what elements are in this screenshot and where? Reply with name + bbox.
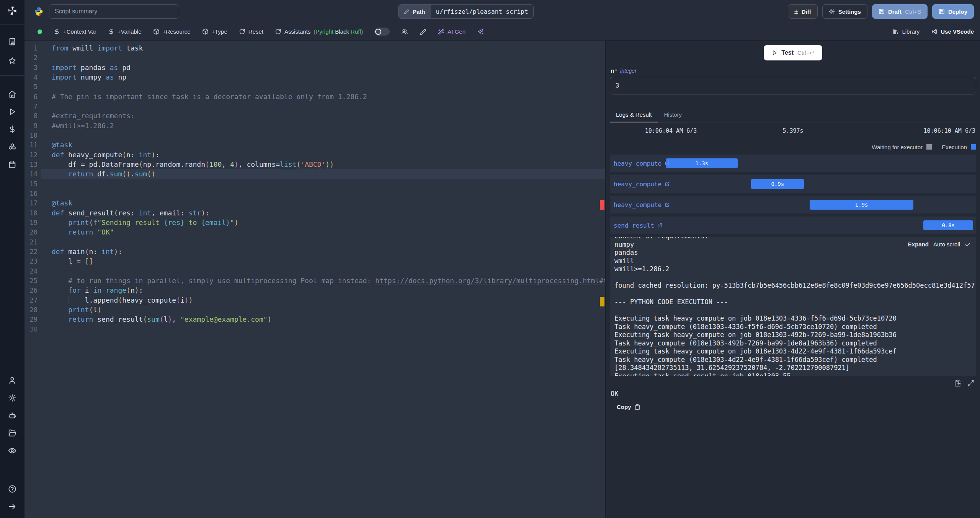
line-number: 22 [28,247,38,256]
multiplayer-users-button[interactable] [401,28,408,35]
timeline-job-link[interactable]: heavy_compute [614,201,670,209]
code-line: 27 l.append(heavy_compute(i)) [24,295,605,305]
sidebar-item-user[interactable] [4,372,21,389]
line-number: 19 [28,218,38,227]
package-icon [202,28,209,35]
sidebar-divider [0,75,24,76]
sidebar-item-windmill-logo[interactable] [4,0,21,21]
log-line: wmill [614,257,972,266]
format-brush-button[interactable] [420,28,426,35]
editor-toolbar: +Context Var +Variable +Resource +Type R… [24,23,980,41]
toggle-knob [375,29,381,35]
library-button[interactable]: Library [892,28,920,35]
expand-logs-button[interactable]: Expand [908,241,929,248]
sidebar-item-eye[interactable] [4,442,21,459]
code-line: 1from wmill import task [24,43,605,53]
assistants-button[interactable]: Assistants (Pyright Black Ruff) [275,28,363,35]
sidebar-item-robot[interactable] [4,407,21,424]
add-resource-button[interactable]: +Resource [153,28,191,35]
code-line: 7 [24,101,605,111]
path-value: u/rfiszel/pleasant_script [431,5,534,18]
add-type-button[interactable]: +Type [202,28,227,35]
line-number: 9 [28,121,38,130]
autoscroll-label[interactable]: Auto scroll [933,241,960,248]
log-line [614,306,972,315]
sidebar-item-play[interactable] [4,103,21,120]
path-control[interactable]: Path u/rfiszel/pleasant_script [398,4,534,19]
save-icon [939,8,945,15]
code-line: 8#extra_requirements: [24,111,605,121]
folder-icon [8,429,16,437]
tab-history[interactable]: History [658,108,688,122]
log-line: [28.348434282735113, 31.625429237520784,… [614,364,972,372]
arg-type: integer [620,68,637,74]
line-number: 15 [28,179,38,189]
line-number: 16 [28,189,38,198]
sidebar-item-arrow-right[interactable] [4,498,21,515]
sparkles-icon [477,28,484,35]
sidebar-item-help[interactable] [4,481,21,497]
run-end-time: 10:06:10 AM 6/3 [924,127,976,134]
line-number: 11 [28,140,38,150]
copy-result-icon[interactable] [954,380,961,387]
code-line: 9#wmill>=1.286.2 [24,121,605,130]
timeline-job-link[interactable]: heavy_compute [614,181,670,188]
expand-result-icon[interactable] [967,380,975,387]
test-button[interactable]: Test Ctrl+↵ [764,45,822,60]
logs-view[interactable]: content of requirements:numpypandaswmill… [610,237,976,376]
arg-n-input[interactable] [610,77,976,94]
log-line: Task heavy_compute (018e1303-492b-7269-b… [614,339,972,348]
sidebar-item-gear[interactable] [4,389,21,406]
multiplayer-toggle[interactable] [374,28,390,36]
timeline-row: send_result 0.8s [610,217,976,234]
windmill-app: Path u/rfiszel/pleasant_script ± Diff Se… [0,0,980,518]
tab-logs-result[interactable]: Logs & Result [610,108,658,122]
settings-button[interactable]: Settings [822,4,867,19]
legend-execution-label: Execution [942,144,967,150]
sidebar-item-boxes[interactable] [4,138,21,155]
save-icon [879,8,885,15]
timeline-job-link[interactable]: send_result [614,222,663,229]
log-line [614,290,972,298]
code-line: 30 [24,324,605,334]
error-marker [600,200,604,210]
arg-name: n [611,67,614,74]
sidebar-item-dollar[interactable] [4,121,21,138]
run-times: 10:06:04 AM 6/3 5.397s 10:06:10 AM 6/3 [610,122,976,139]
sidebar-item-star[interactable] [4,52,21,69]
line-number: 27 [28,296,38,305]
sidebar-item-building[interactable] [4,33,21,50]
line-number: 6 [28,92,38,101]
diff-button[interactable]: ± Diff [788,4,818,19]
code-line: 26 for i in range(n): [24,285,605,295]
line-number: 7 [28,102,38,111]
execution-timeline: heavy_compute 1.3s heavy_compute 0.9s he… [610,155,976,237]
script-summary-input[interactable] [49,4,179,19]
sidebar-divider [0,24,24,25]
use-vscode-button[interactable]: Use VScode [931,28,974,35]
draft-button[interactable]: Draft Ctrl+S [872,4,928,19]
ai-sparkles-button[interactable] [477,28,484,35]
add-variable-button[interactable]: +Variable [108,28,142,35]
reset-button[interactable]: Reset [239,28,263,35]
ai-gen-button[interactable]: AI Gen [438,28,466,35]
code-editor[interactable]: 1from wmill import task23import pandas a… [24,41,605,518]
paintbrush-icon [420,28,426,35]
topbar: Path u/rfiszel/pleasant_script ± Diff Se… [24,0,980,23]
deploy-button[interactable]: Deploy [932,4,974,19]
sidebar-item-calendar[interactable] [4,156,21,173]
sidebar-item-home[interactable] [4,86,21,103]
clipboard-icon [634,404,640,410]
line-number: 5 [28,82,38,91]
timeline-job-link[interactable]: heavy_compute [614,160,670,167]
copy-result-button[interactable]: Copy [617,404,976,410]
code-line: 15 [24,179,605,189]
building-icon [8,37,16,46]
code-line: 2 [24,53,605,62]
line-number: 10 [28,131,38,140]
sidebar-item-folder[interactable] [4,425,21,441]
rotate-icon [275,28,281,35]
add-context-var-button[interactable]: +Context Var [54,28,96,35]
line-number: 17 [28,199,38,208]
execution-bar: 0.9s [751,179,804,189]
